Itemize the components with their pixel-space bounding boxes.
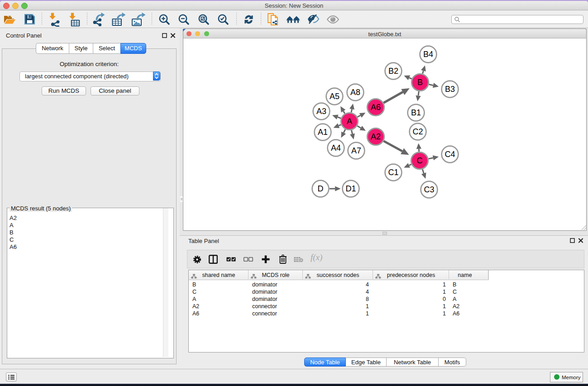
svg-text:C2: C2 [412, 127, 423, 136]
svg-text:C1: C1 [388, 168, 398, 177]
svg-text:A4: A4 [331, 143, 341, 152]
svg-text:C4: C4 [445, 150, 455, 159]
svg-text:B1: B1 [411, 108, 421, 117]
svg-text:B4: B4 [423, 50, 433, 59]
svg-text:A5: A5 [330, 92, 339, 101]
svg-text:D: D [318, 184, 324, 193]
svg-text:C: C [417, 156, 423, 165]
svg-text:D1: D1 [345, 184, 356, 193]
svg-text:A3: A3 [316, 107, 326, 116]
svg-text:B: B [417, 78, 423, 87]
svg-text:C3: C3 [424, 185, 434, 194]
svg-text:A8: A8 [350, 88, 360, 97]
svg-text:A6: A6 [371, 103, 381, 112]
svg-text:A7: A7 [351, 146, 361, 155]
svg-text:B2: B2 [388, 67, 398, 76]
svg-text:A1: A1 [318, 128, 328, 137]
svg-text:B3: B3 [445, 85, 455, 94]
svg-text:A: A [347, 117, 352, 126]
svg-text:A2: A2 [371, 132, 381, 141]
